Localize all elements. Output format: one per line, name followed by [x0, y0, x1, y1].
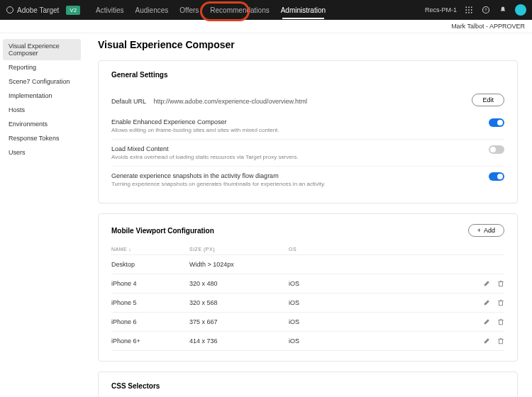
- nav-tabs: ActivitiesAudiencesOffersRecommendations…: [90, 1, 331, 19]
- viewport-name: iPhone 4: [111, 280, 189, 287]
- svg-text:?: ?: [484, 8, 487, 12]
- svg-rect-13: [499, 301, 503, 306]
- version-badge: V2: [66, 6, 80, 15]
- brand-name: Adobe Target: [17, 6, 59, 14]
- general-settings-title: General Settings: [111, 71, 504, 79]
- content-area: Visual Experience Composer General Setti…: [84, 33, 532, 397]
- viewport-row: iPhone 6+414 x 736iOS: [111, 332, 504, 351]
- workspace-label[interactable]: Recs-PM-1: [425, 6, 457, 13]
- edit-icon[interactable]: [483, 299, 490, 306]
- page-title: Visual Experience Composer: [98, 39, 518, 50]
- setting-row: Generate experience snapshots in the act…: [111, 166, 504, 193]
- setting-label: Load Mixed Content: [111, 145, 482, 152]
- apps-icon[interactable]: [464, 5, 474, 15]
- plus-icon: +: [477, 227, 481, 234]
- sidebar-item-response-tokens[interactable]: Response Tokens: [3, 131, 81, 145]
- viewport-size: Width > 1024px: [189, 261, 289, 268]
- setting-sub: Avoids extra overhead of loading static …: [111, 154, 482, 160]
- sidebar-item-implementation[interactable]: Implementation: [3, 89, 81, 103]
- svg-rect-14: [499, 320, 503, 325]
- main-layout: Visual Experience ComposerReportingScene…: [0, 33, 532, 397]
- svg-point-8: [468, 12, 470, 13]
- viewport-card: Mobile Viewport Configuration +Add NAME↓…: [98, 213, 518, 362]
- viewport-name: iPhone 6: [111, 318, 189, 325]
- edit-icon[interactable]: [483, 318, 490, 325]
- setting-toggle[interactable]: [489, 118, 504, 127]
- default-url-value: http://www.adobe.com/experience-cloud/ov…: [153, 98, 307, 105]
- viewport-name: Desktop: [111, 261, 189, 268]
- add-viewport-button[interactable]: +Add: [468, 224, 504, 237]
- delete-icon[interactable]: [497, 299, 504, 306]
- svg-point-0: [7, 7, 13, 13]
- viewport-size: 320 x 480: [189, 280, 289, 287]
- sidebar-item-environments[interactable]: Environments: [3, 117, 81, 131]
- setting-toggle[interactable]: [489, 172, 504, 181]
- help-icon[interactable]: ?: [481, 5, 491, 15]
- sidebar-item-hosts[interactable]: Hosts: [3, 103, 81, 117]
- svg-point-5: [468, 9, 470, 11]
- svg-point-2: [468, 6, 470, 8]
- setting-toggle[interactable]: [489, 145, 504, 154]
- top-right-controls: Recs-PM-1 ?: [425, 4, 526, 16]
- nav-tab-audiences[interactable]: Audiences: [130, 1, 174, 19]
- svg-rect-12: [499, 282, 503, 286]
- sidebar-item-scene7-configuration[interactable]: Scene7 Configuration: [3, 74, 81, 89]
- svg-point-1: [465, 6, 467, 8]
- default-url-row: Default URL http://www.adobe.com/experie…: [111, 87, 504, 112]
- svg-point-7: [465, 12, 467, 13]
- css-selectors-card: CSS Selectors Use element IDsDisable if …: [98, 371, 518, 397]
- nav-tab-offers[interactable]: Offers: [174, 1, 204, 19]
- setting-label: Generate experience snapshots in the act…: [111, 172, 482, 179]
- viewport-size: 414 x 736: [189, 337, 289, 345]
- edit-icon[interactable]: [483, 337, 490, 345]
- nav-tab-activities[interactable]: Activities: [90, 1, 129, 19]
- viewport-name: iPhone 6+: [111, 337, 189, 345]
- setting-row: Enable Enhanced Experience ComposerAllow…: [111, 112, 504, 139]
- bell-icon[interactable]: [498, 5, 508, 15]
- svg-rect-15: [499, 340, 503, 344]
- nav-tab-administration[interactable]: Administration: [275, 1, 331, 19]
- delete-icon[interactable]: [497, 318, 504, 325]
- viewport-os: iOS: [289, 299, 360, 306]
- viewport-name: iPhone 5: [111, 299, 189, 306]
- svg-point-3: [471, 6, 472, 8]
- viewport-os: iOS: [289, 337, 360, 345]
- sidebar-item-users[interactable]: Users: [3, 145, 81, 160]
- viewport-os: iOS: [289, 280, 360, 287]
- delete-icon[interactable]: [497, 280, 504, 287]
- user-line: Mark Talbot - APPROVER: [0, 20, 532, 33]
- sort-icon[interactable]: ↓: [128, 247, 131, 252]
- setting-label: Enable Enhanced Experience Composer: [111, 118, 482, 125]
- svg-point-6: [471, 9, 472, 11]
- adobe-icon: [6, 6, 14, 14]
- viewport-size: 320 x 568: [189, 299, 289, 306]
- css-selectors-title: CSS Selectors: [111, 382, 504, 390]
- general-settings-card: General Settings Default URL http://www.…: [98, 60, 518, 203]
- viewport-title: Mobile Viewport Configuration: [111, 227, 214, 235]
- viewport-row: iPhone 4320 x 480iOS: [111, 274, 504, 293]
- sidebar: Visual Experience ComposerReportingScene…: [0, 33, 84, 397]
- user-avatar[interactable]: [515, 4, 526, 16]
- edit-icon[interactable]: [483, 280, 490, 287]
- svg-point-9: [471, 12, 472, 13]
- viewport-row: iPhone 6375 x 667iOS: [111, 313, 504, 332]
- setting-row: Load Mixed ContentAvoids extra overhead …: [111, 139, 504, 166]
- viewport-size: 375 x 667: [189, 318, 289, 325]
- viewport-os: iOS: [289, 318, 360, 325]
- edit-button[interactable]: Edit: [472, 94, 504, 106]
- sidebar-item-reporting[interactable]: Reporting: [3, 60, 81, 74]
- sidebar-item-visual-experience-composer[interactable]: Visual Experience Composer: [3, 39, 81, 60]
- svg-point-4: [465, 9, 467, 11]
- viewport-row: DesktopWidth > 1024px: [111, 255, 504, 274]
- default-url-label: Default URL: [111, 98, 146, 105]
- setting-sub: Turning experience snapshots on generate…: [111, 181, 482, 187]
- delete-icon[interactable]: [497, 337, 504, 345]
- brand-logo: Adobe Target V2: [6, 6, 80, 15]
- top-nav: Adobe Target V2 ActivitiesAudiencesOffer…: [0, 0, 532, 20]
- viewport-row: iPhone 5320 x 568iOS: [111, 293, 504, 313]
- viewport-table-header: NAME↓ SIZE (PX) OS: [111, 244, 504, 255]
- setting-sub: Allows editing on iframe-busting sites a…: [111, 127, 482, 133]
- nav-tab-recommendations[interactable]: Recommendations: [204, 1, 275, 19]
